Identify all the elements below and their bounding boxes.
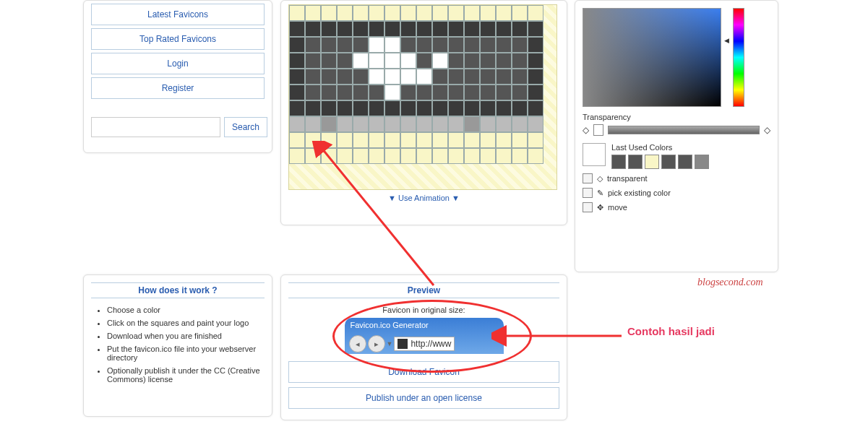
- pixel-cell[interactable]: [512, 85, 528, 100]
- pixel-cell[interactable]: [528, 85, 543, 100]
- pixel-cell[interactable]: [496, 100, 512, 116]
- pixel-cell[interactable]: [480, 5, 496, 21]
- pixel-cell[interactable]: [337, 116, 353, 132]
- pixel-cell[interactable]: [353, 148, 369, 164]
- publish-license-button[interactable]: Publish under an open license: [288, 387, 559, 409]
- search-input[interactable]: [91, 117, 220, 137]
- pixel-cell[interactable]: [480, 69, 496, 85]
- pixel-cell[interactable]: [369, 85, 384, 100]
- pixel-cell[interactable]: [321, 69, 337, 85]
- pixel-cell[interactable]: [289, 100, 305, 116]
- pixel-cell[interactable]: [528, 21, 543, 37]
- pixel-cell[interactable]: [432, 5, 448, 21]
- pixel-cell[interactable]: [321, 148, 337, 164]
- pixel-cell[interactable]: [512, 148, 528, 164]
- pixel-cell[interactable]: [384, 100, 400, 116]
- pixel-cell[interactable]: [528, 148, 543, 164]
- search-button[interactable]: Search: [224, 117, 267, 137]
- pixel-cell[interactable]: [321, 5, 337, 21]
- pixel-cell[interactable]: [528, 100, 543, 116]
- pixel-cell[interactable]: [384, 116, 400, 132]
- pixel-cell[interactable]: [321, 132, 337, 148]
- nav-register[interactable]: Register: [91, 77, 265, 99]
- pixel-cell[interactable]: [289, 148, 305, 164]
- used-color-swatch[interactable]: [645, 155, 659, 169]
- pixel-cell[interactable]: [528, 116, 543, 132]
- move-checkbox[interactable]: [583, 202, 593, 212]
- pixel-cell[interactable]: [416, 69, 432, 85]
- nav-latest[interactable]: Latest Favicons: [91, 4, 265, 25]
- pixel-cell[interactable]: [480, 116, 496, 132]
- pixel-cell[interactable]: [464, 100, 480, 116]
- current-color-swatch[interactable]: [583, 143, 606, 166]
- pixel-cell[interactable]: [400, 100, 416, 116]
- pixel-cell[interactable]: [448, 53, 464, 69]
- pixel-cell[interactable]: [496, 69, 512, 85]
- pixel-cell[interactable]: [496, 85, 512, 100]
- pick-checkbox[interactable]: [583, 188, 593, 198]
- pixel-cell[interactable]: [337, 100, 353, 116]
- pixel-cell[interactable]: [305, 37, 321, 53]
- pixel-cell[interactable]: [353, 53, 369, 69]
- pixel-cell[interactable]: [337, 132, 353, 148]
- pixel-cell[interactable]: [448, 132, 464, 148]
- used-color-swatch[interactable]: [695, 155, 709, 169]
- pixel-cell[interactable]: [528, 5, 543, 21]
- pixel-cell[interactable]: [416, 116, 432, 132]
- pixel-cell[interactable]: [400, 37, 416, 53]
- pixel-cell[interactable]: [448, 21, 464, 37]
- download-favicon-button[interactable]: Download Favicon: [288, 361, 559, 383]
- pixel-cell[interactable]: [289, 5, 305, 21]
- pixel-cell[interactable]: [321, 85, 337, 100]
- pixel-cell[interactable]: [305, 132, 321, 148]
- pixel-cell[interactable]: [384, 85, 400, 100]
- pixel-cell[interactable]: [464, 132, 480, 148]
- transparency-slider[interactable]: [608, 126, 760, 134]
- pixel-cell[interactable]: [432, 132, 448, 148]
- pixel-cell[interactable]: [464, 116, 480, 132]
- pixel-cell[interactable]: [480, 21, 496, 37]
- pixel-cell[interactable]: [353, 5, 369, 21]
- pixel-cell[interactable]: [353, 21, 369, 37]
- pixel-cell[interactable]: [369, 21, 384, 37]
- pixel-cell[interactable]: [480, 37, 496, 53]
- pixel-cell[interactable]: [416, 21, 432, 37]
- pixel-cell[interactable]: [369, 148, 384, 164]
- pixel-cell[interactable]: [528, 132, 543, 148]
- pixel-cell[interactable]: [400, 5, 416, 21]
- pixel-cell[interactable]: [353, 85, 369, 100]
- pixel-cell[interactable]: [337, 37, 353, 53]
- pixel-cell[interactable]: [369, 69, 384, 85]
- pixel-cell[interactable]: [353, 100, 369, 116]
- pixel-cell[interactable]: [416, 132, 432, 148]
- pixel-cell[interactable]: [432, 85, 448, 100]
- pixel-cell[interactable]: [369, 116, 384, 132]
- nav-login[interactable]: Login: [91, 53, 265, 74]
- pixel-cell[interactable]: [432, 100, 448, 116]
- pixel-cell[interactable]: [289, 21, 305, 37]
- pixel-cell[interactable]: [289, 85, 305, 100]
- pixel-cell[interactable]: [416, 5, 432, 21]
- pixel-cell[interactable]: [400, 53, 416, 69]
- pixel-cell[interactable]: [512, 5, 528, 21]
- transparent-checkbox[interactable]: [583, 173, 593, 183]
- pixel-cell[interactable]: [305, 85, 321, 100]
- pixel-cell[interactable]: [305, 5, 321, 21]
- pixel-cell[interactable]: [337, 148, 353, 164]
- pixel-cell[interactable]: [464, 69, 480, 85]
- used-color-swatch[interactable]: [611, 155, 626, 169]
- pixel-cell[interactable]: [512, 53, 528, 69]
- pixel-cell[interactable]: [432, 21, 448, 37]
- pixel-cell[interactable]: [384, 53, 400, 69]
- pixel-cell[interactable]: [305, 69, 321, 85]
- pixel-cell[interactable]: [289, 116, 305, 132]
- pixel-cell[interactable]: [464, 53, 480, 69]
- pixel-cell[interactable]: [432, 37, 448, 53]
- pixel-cell[interactable]: [353, 37, 369, 53]
- pixel-cell[interactable]: [512, 132, 528, 148]
- pixel-cell[interactable]: [321, 116, 337, 132]
- pixel-cell[interactable]: [384, 69, 400, 85]
- pixel-cell[interactable]: [448, 69, 464, 85]
- pixel-cell[interactable]: [512, 116, 528, 132]
- transparency-handle[interactable]: [593, 124, 603, 136]
